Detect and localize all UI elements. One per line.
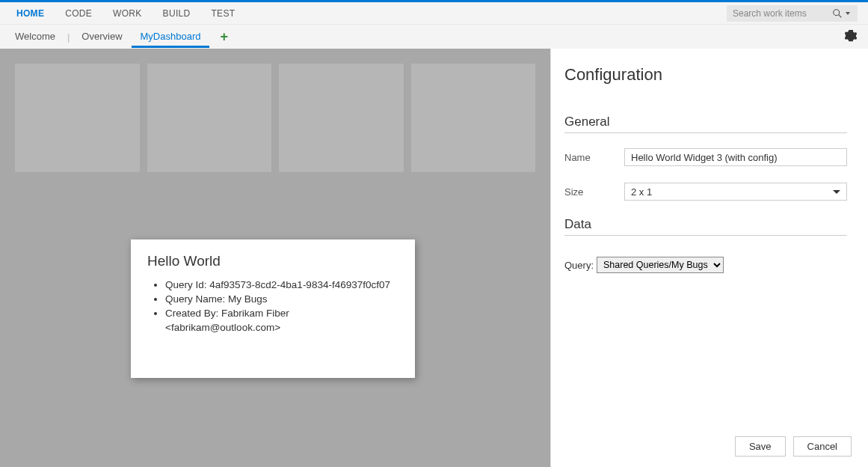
size-select[interactable]: 2 x 1 bbox=[624, 183, 847, 201]
search-dropdown-caret-icon[interactable] bbox=[846, 12, 850, 15]
size-label: Size bbox=[564, 186, 624, 198]
size-select-value: 2 x 1 bbox=[631, 186, 652, 198]
chevron-down-icon bbox=[833, 190, 840, 194]
query-label: Query: bbox=[564, 260, 594, 271]
dashboard-tile-placeholder[interactable] bbox=[279, 64, 404, 172]
subnav-separator: | bbox=[64, 31, 73, 43]
top-nav: HOME CODE WORK BUILD TEST bbox=[0, 2, 868, 25]
hello-world-widget[interactable]: Hello World Query Id: 4af93573-8cd2-4ba1… bbox=[131, 239, 415, 378]
nav-tab-home[interactable]: HOME bbox=[6, 4, 55, 23]
dashboard-canvas: Hello World Query Id: 4af93573-8cd2-4ba1… bbox=[0, 49, 550, 467]
widget-title: Hello World bbox=[147, 253, 398, 269]
nav-tab-build[interactable]: BUILD bbox=[153, 4, 201, 23]
name-input[interactable] bbox=[624, 148, 847, 166]
general-section-header: General bbox=[564, 115, 847, 133]
dashboard-tile-placeholder[interactable] bbox=[147, 64, 272, 172]
svg-line-1 bbox=[839, 15, 842, 18]
subnav-welcome[interactable]: Welcome bbox=[6, 26, 64, 48]
dashboard-tile-placeholder[interactable] bbox=[15, 64, 140, 172]
subnav-mydashboard[interactable]: MyDashboard bbox=[132, 26, 210, 48]
widget-created-by: Created By: Fabrikam Fiber <fabrikam@out… bbox=[165, 307, 398, 334]
save-button[interactable]: Save bbox=[735, 436, 786, 457]
widget-query-name: Query Name: My Bugs bbox=[165, 293, 398, 306]
nav-tab-test[interactable]: TEST bbox=[200, 4, 245, 23]
cancel-button[interactable]: Cancel bbox=[793, 436, 852, 457]
search-box[interactable] bbox=[727, 5, 858, 22]
nav-tab-work[interactable]: WORK bbox=[102, 4, 153, 23]
query-select[interactable]: Shared Queries/My Bugs bbox=[597, 257, 724, 273]
search-icon[interactable] bbox=[831, 7, 843, 19]
subnav-overview[interactable]: Overview bbox=[73, 26, 131, 48]
dashboard-tile-placeholder[interactable] bbox=[411, 64, 536, 172]
sub-nav: Welcome | Overview MyDashboard + bbox=[0, 25, 868, 49]
search-input[interactable] bbox=[727, 8, 831, 19]
configuration-panel: Configuration General Name Size 2 x 1 Da… bbox=[550, 49, 868, 467]
widget-query-id: Query Id: 4af93573-8cd2-4ba1-9834-f46937… bbox=[165, 278, 398, 292]
config-title: Configuration bbox=[564, 65, 847, 85]
settings-gear-icon[interactable] bbox=[844, 29, 858, 43]
add-dashboard-button[interactable]: + bbox=[209, 30, 238, 43]
nav-tab-code[interactable]: CODE bbox=[55, 4, 102, 23]
name-label: Name bbox=[564, 152, 624, 163]
data-section-header: Data bbox=[564, 217, 847, 236]
svg-point-0 bbox=[834, 10, 840, 16]
